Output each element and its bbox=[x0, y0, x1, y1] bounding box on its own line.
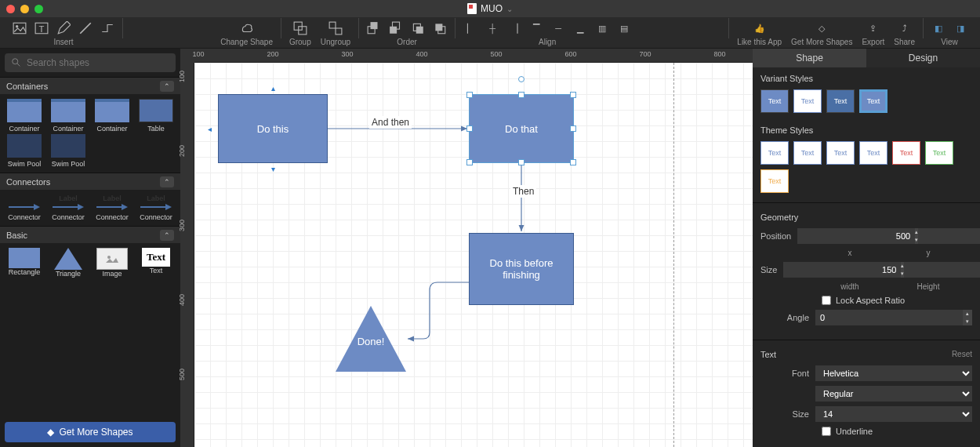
group-icon[interactable] bbox=[293, 21, 307, 35]
variant-swatch[interactable]: Text bbox=[793, 89, 822, 113]
bring-front-icon[interactable] bbox=[367, 21, 381, 35]
collapse-icon[interactable]: ⌃ bbox=[160, 230, 174, 241]
rotate-handle[interactable] bbox=[518, 76, 524, 82]
tab-design[interactable]: Design bbox=[866, 49, 980, 67]
svg-text:Label: Label bbox=[59, 194, 78, 202]
ungroup-icon[interactable] bbox=[328, 21, 343, 35]
shape-item[interactable]: LabelConnector bbox=[135, 194, 177, 221]
height-input[interactable] bbox=[904, 262, 980, 278]
canvas[interactable]: Do this▴▾◂Do thatDo this before finishin… bbox=[194, 63, 753, 447]
panel-left-icon[interactable]: ◧ bbox=[931, 21, 946, 35]
resize-handle[interactable] bbox=[570, 159, 576, 165]
collapse-icon[interactable]: ⌃ bbox=[160, 176, 174, 187]
like-icon[interactable]: 👍 bbox=[753, 21, 767, 35]
section-header[interactable]: Connectors⌃ bbox=[0, 173, 180, 190]
shape-item[interactable]: Swim Pool bbox=[47, 134, 89, 168]
resize-handle[interactable] bbox=[570, 92, 576, 98]
rectangle-shape[interactable]: Do this before finishing bbox=[469, 233, 574, 305]
connector-label[interactable]: And then bbox=[369, 116, 412, 129]
shape-item[interactable]: Image bbox=[91, 248, 133, 278]
shape-item[interactable]: LabelConnector bbox=[47, 194, 89, 221]
resize-handle[interactable] bbox=[518, 159, 524, 165]
theme-swatch[interactable]: Text bbox=[793, 141, 822, 165]
connector-hint-icon[interactable]: ▴ bbox=[271, 84, 275, 93]
resize-handle[interactable] bbox=[466, 159, 473, 165]
position-y-input[interactable] bbox=[918, 228, 980, 244]
line-icon[interactable] bbox=[100, 21, 114, 35]
position-x-input[interactable] bbox=[797, 228, 915, 244]
resize-handle[interactable] bbox=[518, 92, 524, 98]
theme-swatch[interactable]: Text bbox=[826, 141, 855, 165]
theme-swatch[interactable]: Text bbox=[760, 169, 789, 193]
rectangle-shape[interactable]: Do that bbox=[469, 94, 574, 163]
shape-item[interactable]: TextText bbox=[135, 248, 177, 278]
forward-icon[interactable] bbox=[411, 21, 425, 35]
connector-hint-icon[interactable]: ◂ bbox=[208, 125, 212, 133]
change-shape-icon[interactable] bbox=[240, 21, 254, 35]
maximize-window[interactable] bbox=[34, 5, 43, 13]
insert-image-icon[interactable] bbox=[13, 21, 27, 35]
section-header[interactable]: Containers⌃ bbox=[0, 77, 180, 94]
search-input[interactable] bbox=[27, 57, 169, 68]
font-weight-select[interactable]: Regular bbox=[815, 386, 972, 402]
section-title: Text bbox=[760, 350, 776, 359]
close-window[interactable] bbox=[6, 5, 15, 13]
font-select[interactable]: Helvetica bbox=[815, 365, 972, 381]
get-more-shapes-button[interactable]: ◆ Get More Shapes bbox=[5, 422, 176, 442]
document-title[interactable]: MUO ⌄ bbox=[467, 3, 513, 14]
lock-aspect-checkbox[interactable] bbox=[822, 296, 831, 305]
connector-hint-icon[interactable]: ▾ bbox=[271, 165, 275, 173]
shape-item[interactable]: LabelConnector bbox=[91, 194, 133, 221]
theme-swatch[interactable]: Text bbox=[760, 141, 789, 165]
align-bottom-icon[interactable]: ▁ bbox=[573, 21, 587, 35]
panel-right-icon[interactable]: ◨ bbox=[953, 21, 967, 35]
shape-item[interactable]: Table bbox=[135, 99, 177, 133]
share-icon[interactable]: ⤴ bbox=[898, 21, 912, 35]
angle-input[interactable] bbox=[815, 310, 963, 325]
variant-swatch[interactable]: Text bbox=[760, 89, 789, 113]
connector-label[interactable]: Then bbox=[510, 185, 536, 198]
shape-item[interactable]: Container bbox=[3, 99, 45, 133]
variant-swatch[interactable]: Text bbox=[859, 89, 887, 113]
width-input[interactable] bbox=[783, 262, 901, 278]
export-icon[interactable]: ⇪ bbox=[866, 21, 880, 35]
resize-handle[interactable] bbox=[570, 125, 576, 132]
sublabel: x bbox=[815, 249, 884, 257]
shape-item[interactable]: Swim Pool bbox=[3, 134, 45, 168]
shape-item[interactable]: Container bbox=[47, 99, 89, 133]
shape-item[interactable]: Container bbox=[91, 99, 133, 133]
shape-item[interactable]: Connector bbox=[3, 194, 45, 221]
align-top-icon[interactable]: ▔ bbox=[529, 21, 543, 35]
variant-swatch[interactable]: Text bbox=[826, 89, 855, 113]
insert-textbox-icon[interactable]: T bbox=[34, 21, 49, 35]
tab-shape[interactable]: Shape bbox=[753, 49, 866, 67]
stepper[interactable]: ▴▾ bbox=[963, 310, 972, 325]
shape-item[interactable]: Triangle bbox=[47, 248, 89, 278]
theme-swatch[interactable]: Text bbox=[892, 141, 920, 165]
dist-h-icon[interactable]: ▥ bbox=[595, 21, 609, 35]
resize-handle[interactable] bbox=[466, 125, 473, 132]
theme-swatch[interactable]: Text bbox=[925, 141, 953, 165]
align-center-icon[interactable]: ┼ bbox=[485, 21, 499, 35]
collapse-icon[interactable]: ⌃ bbox=[160, 81, 174, 92]
align-left-icon[interactable]: ▏ bbox=[463, 21, 477, 35]
pencil-icon[interactable] bbox=[56, 21, 71, 35]
theme-swatch[interactable]: Text bbox=[859, 141, 887, 165]
underline-checkbox[interactable] bbox=[822, 427, 831, 436]
align-middle-icon[interactable]: ─ bbox=[551, 21, 565, 35]
shape-item[interactable]: Rectangle bbox=[3, 248, 45, 278]
resize-handle[interactable] bbox=[466, 92, 473, 98]
reset-button[interactable]: Reset bbox=[952, 350, 972, 359]
font-size-select[interactable]: 14 bbox=[815, 406, 972, 422]
pen-icon[interactable] bbox=[78, 21, 93, 35]
search-box[interactable] bbox=[5, 53, 176, 72]
sublabel: y bbox=[894, 249, 963, 257]
section-header[interactable]: Basic⌃ bbox=[0, 226, 180, 243]
backward-icon[interactable] bbox=[433, 21, 447, 35]
align-right-icon[interactable]: ▕ bbox=[507, 21, 521, 35]
send-back-icon[interactable] bbox=[389, 21, 403, 35]
dist-v-icon[interactable]: ▤ bbox=[617, 21, 631, 35]
minimize-window[interactable] bbox=[20, 5, 29, 13]
rectangle-shape[interactable]: Do this▴▾◂ bbox=[218, 94, 328, 163]
shapes-icon[interactable]: ◇ bbox=[815, 21, 829, 35]
